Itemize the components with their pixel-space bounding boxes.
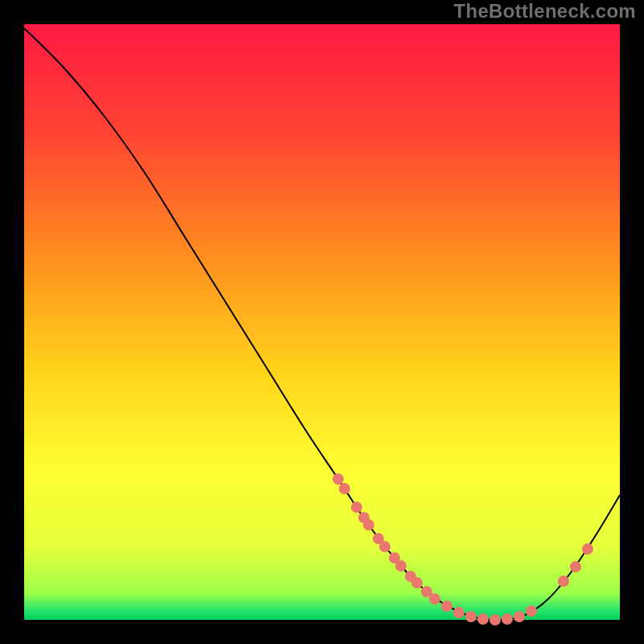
curve-marker: [514, 611, 525, 622]
chart-stage: TheBottleneck.com: [0, 0, 644, 644]
curve-marker: [339, 483, 350, 494]
curve-marker: [582, 543, 593, 555]
curve-marker: [411, 577, 423, 588]
attribution-label: TheBottleneck.com: [454, 0, 636, 23]
curve-marker: [379, 541, 390, 552]
curve-marker: [429, 593, 440, 605]
curve-marker: [332, 473, 344, 485]
curve-marker: [465, 611, 477, 622]
bottleneck-curve-chart: [0, 0, 644, 644]
curve-marker: [363, 519, 374, 530]
curve-marker: [477, 613, 489, 625]
curve-marker: [489, 614, 501, 625]
curve-marker: [441, 601, 452, 612]
curve-marker: [558, 576, 569, 587]
gradient-background: [24, 24, 620, 620]
curve-marker: [570, 561, 581, 572]
curve-marker: [453, 607, 464, 618]
curve-marker: [351, 502, 362, 513]
curve-marker: [395, 560, 407, 572]
curve-marker: [526, 605, 537, 617]
curve-marker: [502, 613, 513, 625]
